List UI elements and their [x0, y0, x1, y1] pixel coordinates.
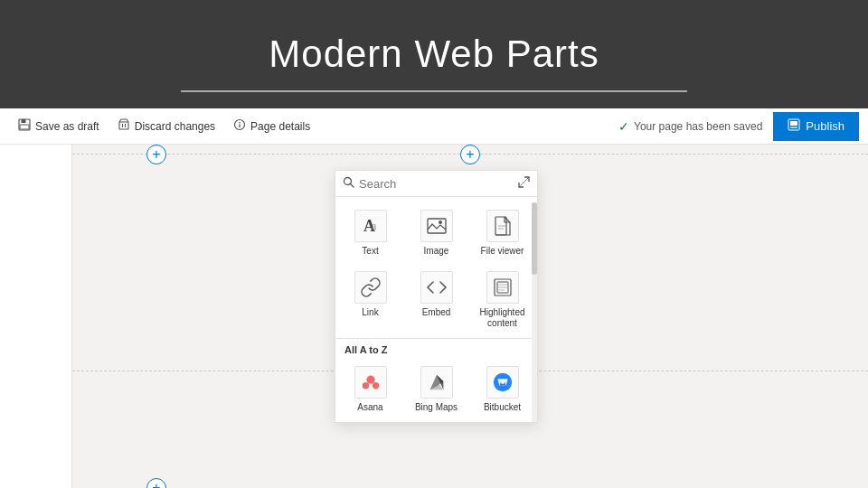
- saved-label: Your page has been saved: [634, 120, 762, 133]
- webpart-item-highlighted[interactable]: Highlighted content: [471, 266, 533, 334]
- svg-rect-11: [790, 127, 797, 128]
- webpart-item-fileviewer[interactable]: File viewer: [471, 204, 533, 262]
- highlight-icon: [486, 271, 519, 304]
- webpart-item-text[interactable]: A a Text: [339, 204, 401, 262]
- link-icon: [354, 271, 387, 304]
- bingmaps-icon: [420, 366, 453, 399]
- save-draft-button[interactable]: Save as draft: [9, 115, 108, 137]
- svg-line-13: [351, 184, 354, 188]
- bingmaps-label: Bing Maps: [415, 402, 458, 413]
- webparts-panel: A a Text Image: [335, 170, 538, 423]
- bitbucket-icon: [486, 366, 519, 399]
- panel-bottom-grid: Asana Bing Maps: [335, 359, 537, 422]
- svg-rect-1: [22, 119, 26, 123]
- svg-point-28: [362, 382, 368, 389]
- webpart-item-image[interactable]: Image: [405, 204, 467, 262]
- embed-icon: [420, 271, 453, 304]
- page-details-label: Page details: [250, 120, 310, 133]
- discard-icon: [118, 118, 130, 134]
- discard-changes-button[interactable]: Discard changes: [108, 115, 224, 137]
- save-draft-label: Save as draft: [35, 120, 99, 133]
- link-label: Link: [362, 307, 378, 318]
- add-section-left-1[interactable]: +: [146, 145, 166, 164]
- svg-point-18: [439, 221, 442, 224]
- svg-rect-2: [20, 125, 29, 129]
- saved-status: ✓ Your page has been saved: [618, 119, 762, 134]
- search-icon: [343, 176, 354, 191]
- page-details-icon: [233, 118, 246, 134]
- svg-line-14: [519, 177, 529, 187]
- highlighted-label: Highlighted content: [475, 307, 530, 329]
- fileviewer-icon: [486, 210, 519, 242]
- panel-items-grid: A a Text Image: [335, 197, 537, 339]
- left-sidebar-strip: [0, 145, 72, 488]
- publish-button[interactable]: Publish: [773, 112, 859, 141]
- image-label: Image: [424, 246, 449, 257]
- asana-label: Asana: [357, 402, 382, 413]
- add-section-top-center[interactable]: +: [460, 145, 480, 164]
- panel-scrollbar-thumb: [532, 202, 537, 275]
- image-icon: [420, 210, 453, 242]
- svg-rect-10: [790, 121, 797, 126]
- svg-text:a: a: [372, 220, 377, 232]
- svg-point-27: [366, 376, 374, 384]
- panel-scrollbar[interactable]: [532, 202, 537, 422]
- asana-icon: [354, 366, 387, 399]
- discard-changes-label: Discard changes: [135, 120, 215, 133]
- header-underline: [181, 90, 687, 92]
- main-area: + + +: [0, 145, 868, 488]
- check-icon: ✓: [618, 119, 629, 134]
- webpart-item-link[interactable]: Link: [339, 266, 401, 334]
- webpart-item-bitbucket[interactable]: Bitbucket: [471, 361, 533, 418]
- page-title: Modern Web Parts: [269, 33, 599, 76]
- page-details-button[interactable]: Page details: [224, 115, 319, 137]
- embed-label: Embed: [422, 307, 451, 318]
- publish-icon: [788, 118, 800, 134]
- svg-point-29: [372, 382, 378, 389]
- save-draft-icon: [18, 118, 31, 134]
- search-input[interactable]: [359, 177, 514, 191]
- expand-icon[interactable]: [518, 176, 530, 191]
- text-label: Text: [362, 246, 378, 257]
- toolbar: Save as draft Discard changes Page detai…: [0, 108, 868, 145]
- bitbucket-label: Bitbucket: [484, 402, 521, 413]
- webpart-item-asana[interactable]: Asana: [339, 361, 401, 418]
- header-banner: Modern Web Parts: [0, 0, 868, 108]
- panel-section-title: All A to Z: [335, 339, 537, 359]
- webpart-item-bingmaps[interactable]: Bing Maps: [405, 361, 467, 418]
- svg-rect-3: [119, 122, 128, 129]
- add-section-left-2[interactable]: +: [146, 478, 166, 488]
- text-icon: A a: [354, 210, 387, 242]
- publish-label: Publish: [806, 119, 844, 133]
- webpart-item-embed[interactable]: Embed: [405, 266, 467, 334]
- fileviewer-label: File viewer: [481, 246, 524, 257]
- panel-search-bar: [335, 171, 537, 197]
